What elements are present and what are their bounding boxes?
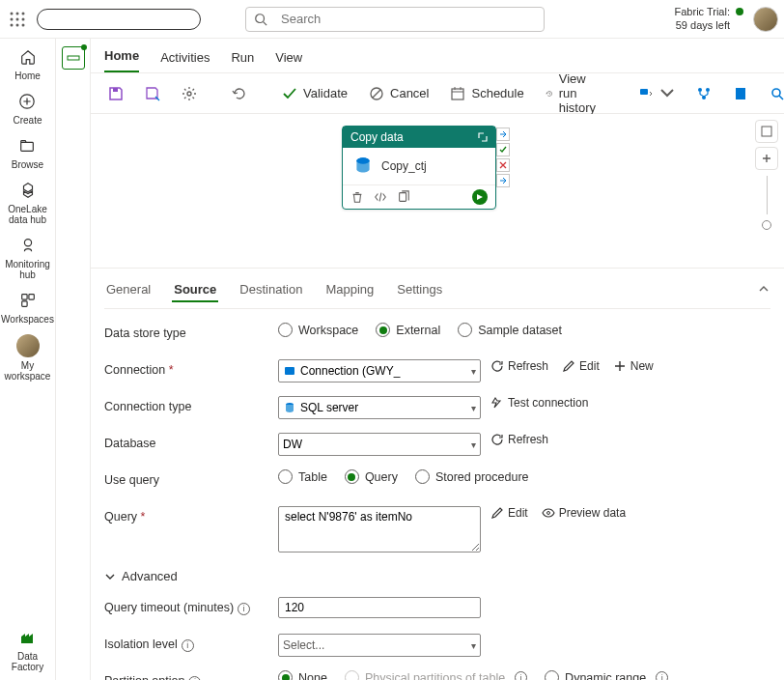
connection-select[interactable]: ▾: [278, 359, 481, 382]
monitor-icon: [17, 235, 39, 256]
info-icon[interactable]: i: [182, 639, 194, 652]
node-ports: [496, 128, 510, 187]
settings-button[interactable]: [174, 79, 205, 108]
svg-point-5: [22, 17, 25, 20]
toolbar: Validate Cancel Schedule View run histor…: [91, 73, 784, 114]
svg-rect-15: [28, 295, 33, 299]
radio-sp[interactable]: Stored procedure: [415, 469, 529, 484]
zoom-in-button[interactable]: [755, 147, 778, 170]
pipeline-tab[interactable]: [62, 46, 85, 70]
pipeline-canvas[interactable]: Copy data Copy_ctj: [91, 114, 784, 269]
database-refresh[interactable]: Refresh: [490, 433, 548, 446]
rail-workspaces-label: Workspaces: [1, 314, 54, 325]
connection-edit[interactable]: Edit: [562, 359, 600, 373]
validate-button[interactable]: Validate: [274, 79, 355, 108]
datafactory-icon: [17, 627, 39, 648]
activity-node[interactable]: Copy data Copy_ctj: [342, 126, 496, 210]
isolation-select[interactable]: ▾: [278, 634, 481, 657]
radio-external[interactable]: External: [376, 323, 440, 337]
port-output[interactable]: [496, 128, 510, 141]
pipeline-tab-rail: [56, 39, 91, 680]
search-box[interactable]: [245, 7, 545, 32]
port-success[interactable]: [496, 143, 510, 156]
connection-new[interactable]: New: [613, 359, 654, 373]
port-skip[interactable]: [496, 174, 510, 187]
fit-view-button[interactable]: [755, 120, 778, 143]
label-query: Query *: [104, 506, 268, 524]
tab-run[interactable]: Run: [231, 50, 254, 72]
info-icon[interactable]: i: [515, 671, 527, 680]
rail-myworkspace-label: My workspace: [0, 360, 55, 382]
history-button[interactable]: View run history: [538, 79, 611, 108]
radio-workspace[interactable]: Workspace: [278, 323, 358, 337]
panel-tab-general[interactable]: General: [104, 278, 153, 302]
timeout-input[interactable]: [278, 597, 481, 618]
save-icon: [108, 86, 124, 101]
delete-node-icon[interactable]: [350, 190, 364, 204]
user-avatar[interactable]: [753, 7, 778, 32]
query-edit[interactable]: Edit: [490, 506, 528, 520]
connection-refresh[interactable]: Refresh: [490, 359, 548, 373]
database-select[interactable]: ▾: [278, 433, 481, 456]
rail-datafactory[interactable]: Data Factory: [0, 627, 55, 672]
code-node-icon[interactable]: [374, 190, 387, 204]
schedule-button[interactable]: Schedule: [442, 79, 531, 108]
zoom-slider-track[interactable]: [767, 176, 768, 214]
undo-button[interactable]: [224, 79, 255, 108]
info-icon[interactable]: i: [188, 676, 201, 681]
app-launcher-icon[interactable]: [6, 8, 29, 31]
panel-tab-destination[interactable]: Destination: [238, 278, 304, 302]
trial-status: Fabric Trial: 59 days left: [675, 6, 730, 31]
radio-none[interactable]: None: [278, 670, 327, 680]
filter-button[interactable]: [630, 79, 683, 108]
clone-node-icon[interactable]: [397, 190, 410, 204]
radio-dynamic[interactable]: Dynamic rangei: [545, 670, 668, 680]
zoom-slider-thumb[interactable]: [762, 220, 771, 230]
panel-tab-source[interactable]: Source: [172, 278, 218, 302]
find-button[interactable]: [762, 79, 784, 108]
radio-sample[interactable]: Sample dataset: [458, 323, 562, 337]
radio-query[interactable]: Query: [345, 469, 398, 484]
svg-rect-22: [452, 89, 463, 99]
preview-data[interactable]: Preview data: [542, 506, 626, 520]
tab-view[interactable]: View: [275, 50, 302, 72]
panel-collapse-button[interactable]: [757, 282, 770, 298]
info-icon[interactable]: i: [656, 671, 668, 680]
port-fail[interactable]: [496, 158, 510, 172]
query-textarea[interactable]: select N'9876' as itemNo: [278, 506, 481, 552]
cancel-button[interactable]: Cancel: [361, 79, 436, 108]
tab-activities[interactable]: Activities: [160, 50, 210, 72]
notebook-icon: [733, 86, 748, 101]
panel-tab-mapping[interactable]: Mapping: [323, 278, 376, 302]
rail-workspaces[interactable]: Workspaces: [1, 290, 54, 325]
node-name: Copy_ctj: [381, 159, 427, 173]
radio-table[interactable]: Table: [278, 469, 327, 484]
rail-onelake[interactable]: OneLake data hub: [0, 180, 55, 225]
rail-myworkspace[interactable]: My workspace: [0, 334, 55, 382]
connection-type-select[interactable]: ▾: [278, 396, 481, 419]
test-connection[interactable]: Test connection: [490, 396, 588, 410]
info-icon[interactable]: i: [238, 603, 250, 615]
rail-browse-label: Browse: [12, 159, 43, 170]
rail-browse[interactable]: Browse: [12, 135, 43, 170]
workspaces-icon: [17, 290, 39, 311]
save-as-button[interactable]: [137, 79, 168, 108]
notification-dot-icon: [736, 8, 743, 15]
rail-create[interactable]: Create: [13, 91, 42, 126]
notebook-button[interactable]: [725, 79, 756, 108]
label-partition: Partition optioni: [104, 670, 268, 680]
run-node-icon[interactable]: [472, 189, 488, 205]
svg-line-21: [373, 90, 380, 98]
svg-rect-35: [400, 193, 406, 202]
tab-home[interactable]: Home: [104, 48, 139, 72]
save-button[interactable]: [100, 79, 131, 108]
expand-node-icon[interactable]: [478, 132, 488, 142]
svg-point-31: [772, 89, 780, 97]
panel-tab-settings[interactable]: Settings: [395, 278, 444, 302]
rail-home[interactable]: Home: [14, 46, 41, 81]
branch-button[interactable]: [688, 79, 719, 108]
svg-rect-30: [736, 88, 745, 99]
rail-monitoring[interactable]: Monitoring hub: [0, 235, 55, 280]
advanced-toggle[interactable]: Advanced: [104, 569, 770, 583]
search-input[interactable]: [275, 9, 536, 29]
